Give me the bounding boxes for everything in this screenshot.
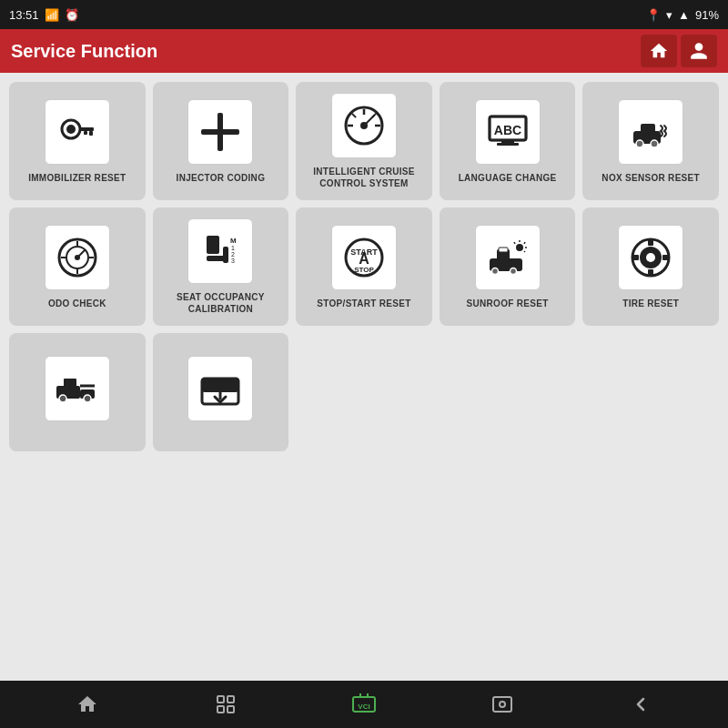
status-right: 📍 ▾ ▲ 91% <box>646 8 719 22</box>
card-seat-occupancy[interactable]: M 1 2 3 SEAT OCCUPANCY CALIBRATION <box>153 207 289 326</box>
svg-rect-34 <box>223 247 228 263</box>
svg-rect-57 <box>632 255 639 260</box>
svg-point-46 <box>516 244 523 251</box>
card-row-1: IMMOBILIZER RESET INJECTOR CODING <box>9 82 719 200</box>
svg-line-48 <box>524 242 525 244</box>
svg-text:VCI: VCI <box>358 703 369 711</box>
alarm-icon: ⏰ <box>65 8 79 22</box>
svg-point-65 <box>84 395 91 402</box>
svg-text:3: 3 <box>231 258 235 264</box>
card-label-seat: SEAT OCCUPANCY CALIBRATION <box>158 291 284 315</box>
nav-back-button[interactable] <box>618 686 663 723</box>
time: 13:51 <box>9 8 39 22</box>
svg-point-56 <box>646 253 655 262</box>
card-label-immobilizer: IMMOBILIZER RESET <box>28 172 126 184</box>
svg-rect-60 <box>648 269 653 277</box>
svg-text:M: M <box>230 237 237 245</box>
status-left: 13:51 📶 ⏰ <box>9 8 79 22</box>
svg-rect-70 <box>217 696 224 703</box>
svg-rect-3 <box>89 131 93 136</box>
svg-rect-59 <box>648 238 653 246</box>
card-immobilizer-reset[interactable]: IMMOBILIZER RESET <box>9 82 146 200</box>
svg-text:1: 1 <box>231 245 235 251</box>
card-odo-check[interactable]: ODO CHECK <box>9 207 146 326</box>
card-stop-start[interactable]: START A STOP STOP/START RESET <box>296 207 432 326</box>
svg-rect-2 <box>79 127 94 131</box>
card-empty-3 <box>582 333 719 451</box>
svg-line-13 <box>352 114 356 117</box>
svg-point-1 <box>66 125 76 134</box>
card-window[interactable] <box>153 333 289 451</box>
card-label-cruise: INTELLIGENT CRUISE CONTROL SYSTEM <box>301 166 427 189</box>
card-row-3 <box>9 333 719 451</box>
card-tire-reset[interactable]: TIRE RESET <box>582 207 719 326</box>
battery-percent: 91% <box>695 8 719 22</box>
nav-home-button[interactable] <box>65 686 110 723</box>
card-empty-2 <box>440 333 576 451</box>
svg-point-53 <box>510 268 516 274</box>
card-injector-coding[interactable]: INJECTOR CODING <box>153 82 289 200</box>
card-label-tire: TIRE RESET <box>622 298 679 309</box>
card-empty-1 <box>296 333 432 451</box>
home-button[interactable] <box>641 35 677 67</box>
main-content: IMMOBILIZER RESET INJECTOR CODING <box>0 73 728 681</box>
svg-rect-45 <box>499 248 508 252</box>
svg-text:2: 2 <box>231 251 235 258</box>
svg-point-23 <box>651 140 658 147</box>
location-icon: 📍 <box>646 8 661 22</box>
wifi-icon: ▾ <box>666 8 672 22</box>
card-row-2: ODO CHECK M 1 2 3 SEAT OCCUPANCY CALIBRA… <box>9 207 719 326</box>
card-sunroof-reset[interactable]: SUNROOF RESET <box>440 207 576 326</box>
card-cruise-control[interactable]: INTELLIGENT CRUISE CONTROL SYSTEM <box>296 82 432 200</box>
svg-rect-18 <box>501 140 514 143</box>
svg-line-31 <box>77 250 85 258</box>
svg-point-64 <box>59 395 66 402</box>
card-nox-sensor[interactable]: NOX SENSOR RESET <box>582 82 719 200</box>
nav-screenshot-button[interactable] <box>480 686 525 723</box>
header-actions <box>641 35 717 67</box>
card-label-nox: NOX SENSOR RESET <box>602 172 700 184</box>
svg-rect-19 <box>497 143 519 146</box>
svg-rect-72 <box>217 706 224 713</box>
svg-rect-78 <box>493 697 511 712</box>
svg-rect-66 <box>64 379 76 388</box>
sim-icon: 📶 <box>45 8 59 22</box>
svg-rect-33 <box>207 256 225 261</box>
card-label-sunroof: SUNROOF RESET <box>467 298 549 309</box>
status-bar: 13:51 📶 ⏰ 📍 ▾ ▲ 91% <box>0 0 728 29</box>
card-label-language: LANGUAGE CHANGE <box>459 172 557 184</box>
card-label-odo: ODO CHECK <box>48 298 106 309</box>
profile-button[interactable] <box>681 35 717 67</box>
svg-rect-4 <box>84 131 87 135</box>
svg-line-50 <box>524 251 525 252</box>
svg-line-51 <box>514 242 515 244</box>
nav-recent-button[interactable] <box>203 686 248 723</box>
svg-text:ABC: ABC <box>493 123 521 137</box>
page-title: Service Function <box>11 41 157 62</box>
svg-line-14 <box>364 116 374 126</box>
svg-rect-73 <box>228 706 234 713</box>
bottom-navigation: VCI <box>0 681 728 728</box>
svg-rect-71 <box>228 696 234 703</box>
card-label-injector: INJECTOR CODING <box>177 172 266 184</box>
card-towing[interactable] <box>9 333 146 451</box>
svg-point-22 <box>636 140 643 147</box>
card-language-change[interactable]: ABC LANGUAGE CHANGE <box>440 82 576 200</box>
svg-point-79 <box>500 702 505 707</box>
signal-icon: ▲ <box>678 8 690 22</box>
card-label-stopstart: STOP/START RESET <box>317 298 410 309</box>
svg-rect-6 <box>201 129 239 135</box>
app-header: Service Function <box>0 29 728 73</box>
svg-rect-21 <box>641 124 655 133</box>
svg-text:STOP: STOP <box>354 266 374 274</box>
svg-rect-58 <box>662 255 670 260</box>
svg-rect-32 <box>207 236 219 254</box>
nav-vci-button[interactable]: VCI <box>341 686 387 723</box>
svg-text:A: A <box>359 251 369 267</box>
svg-point-52 <box>491 268 498 274</box>
